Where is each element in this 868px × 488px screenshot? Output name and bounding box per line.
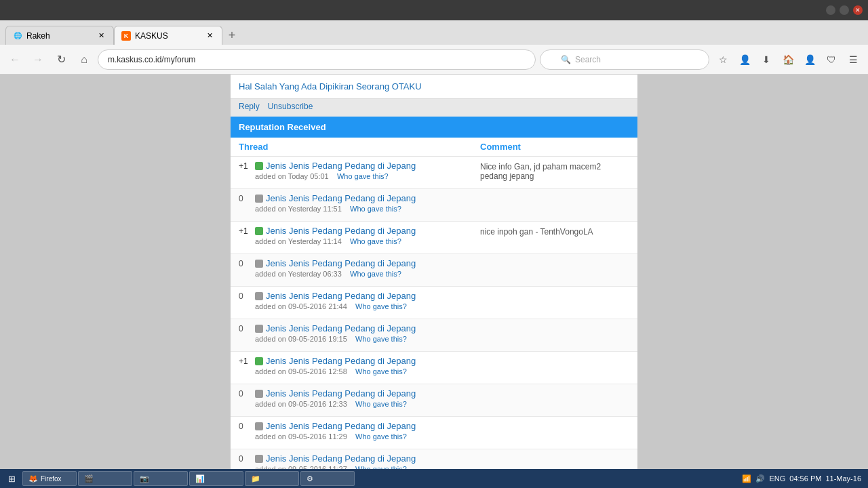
taskbar-item-video[interactable]: 🎬 bbox=[78, 471, 132, 486]
who-gave-link[interactable]: Who gave this? bbox=[355, 302, 407, 310]
rep-status-icon bbox=[255, 325, 263, 333]
bookmark-star-button[interactable]: ☆ bbox=[713, 50, 732, 69]
table-row: 0 Jenis Jenis Pedang Pedang di Jepang ad… bbox=[231, 189, 637, 222]
reader-view-button[interactable]: 👤 bbox=[735, 50, 754, 69]
rep-meta: added on Today 05:01 Who gave this? bbox=[239, 172, 480, 180]
who-gave-link[interactable]: Who gave this? bbox=[350, 270, 401, 278]
sync-button[interactable]: 👤 bbox=[800, 50, 819, 69]
tab-rakeh[interactable]: 🌐 Rakeh ✕ bbox=[5, 26, 114, 45]
thread-actions: Reply Unsubscribe bbox=[231, 99, 637, 117]
thread-link[interactable]: Jenis Jenis Pedang Pedang di Jepang bbox=[266, 226, 416, 236]
thread-title-link[interactable]: Hal Salah Yang Ada Dipikiran Seorang OTA… bbox=[239, 81, 422, 92]
pocket-button[interactable]: 🛡 bbox=[822, 50, 841, 69]
rep-score: +1 bbox=[239, 357, 252, 366]
rep-date: added on 09-05-2016 12:33 bbox=[255, 400, 347, 408]
new-tab-button[interactable]: + bbox=[222, 26, 241, 45]
taskbar-item-folder[interactable]: 📁 bbox=[245, 471, 299, 486]
rep-score: 0 bbox=[239, 194, 252, 203]
col-comment-header: Comment bbox=[480, 142, 629, 152]
section-header: Reputation Received bbox=[231, 117, 637, 138]
rep-meta: added on 09-05-2016 11:29 Who gave this? bbox=[239, 432, 480, 441]
nav-bar: ← → ↻ ⌂ m.kaskus.co.id/myforum 🔍 Search … bbox=[0, 45, 868, 75]
tab-label-kaskus: KASKUS bbox=[135, 31, 168, 41]
taskbar: ⊞ 🦊 Firefox 🎬 📷 📊 📁 ⚙ 📶 🔊 ENG 04:56 PM 1… bbox=[0, 469, 868, 488]
thread-link[interactable]: Jenis Jenis Pedang Pedang di Jepang bbox=[266, 161, 416, 171]
rep-meta: added on Yesterday 11:14 Who gave this? bbox=[239, 237, 480, 245]
rep-status-icon bbox=[255, 162, 263, 170]
tab-strip: 🌐 Rakeh ✕ K KASKUS ✕ + bbox=[0, 20, 868, 45]
taskbar-item-browser[interactable]: 🦊 Firefox bbox=[22, 471, 77, 486]
tab-close-rakeh[interactable]: ✕ bbox=[96, 30, 106, 41]
close-button[interactable]: ✕ bbox=[853, 5, 863, 15]
taskbar-item-photo[interactable]: 📷 bbox=[134, 471, 188, 486]
rep-date: added on 09-05-2016 21:44 bbox=[255, 302, 347, 310]
titlebar: ✕ bbox=[0, 0, 868, 20]
reload-button[interactable]: ↻ bbox=[52, 50, 71, 69]
col-thread-header: Thread bbox=[239, 142, 480, 152]
rep-meta: added on 09-05-2016 12:33 Who gave this? bbox=[239, 400, 480, 408]
thread-link[interactable]: Jenis Jenis Pedang Pedang di Jepang bbox=[266, 388, 416, 399]
thread-link[interactable]: Jenis Jenis Pedang Pedang di Jepang bbox=[266, 258, 416, 268]
thread-link[interactable]: Jenis Jenis Pedang Pedang di Jepang bbox=[266, 421, 416, 431]
who-gave-link[interactable]: Who gave this? bbox=[355, 367, 407, 375]
rep-status-icon bbox=[255, 260, 263, 268]
menu-button[interactable]: ☰ bbox=[844, 50, 863, 69]
taskbar-item-chart[interactable]: 📊 bbox=[189, 471, 243, 486]
who-gave-link[interactable]: Who gave this? bbox=[350, 237, 401, 245]
rep-comment bbox=[480, 258, 629, 260]
chart-icon: 📊 bbox=[195, 474, 205, 483]
start-button[interactable]: ⊞ bbox=[3, 472, 21, 485]
table-row: +1 Jenis Jenis Pedang Pedang di Jepang a… bbox=[231, 157, 637, 189]
rep-status-icon bbox=[255, 422, 263, 430]
rep-score: 0 bbox=[239, 259, 252, 268]
back-button[interactable]: ← bbox=[5, 50, 24, 69]
rep-score: 0 bbox=[239, 422, 252, 431]
rep-comment bbox=[480, 421, 629, 422]
table-row: 0 Jenis Jenis Pedang Pedang di Jepang ad… bbox=[231, 319, 637, 352]
who-gave-link[interactable]: Who gave this? bbox=[355, 335, 407, 343]
maximize-button[interactable] bbox=[840, 5, 849, 15]
main-container: Hal Salah Yang Ada Dipikiran Seorang OTA… bbox=[231, 75, 637, 469]
download-button[interactable]: ⬇ bbox=[757, 50, 776, 69]
rep-meta: added on Yesterday 11:51 Who gave this? bbox=[239, 205, 480, 213]
tab-kaskus[interactable]: K KASKUS ✕ bbox=[114, 26, 222, 45]
rep-meta: added on 09-05-2016 21:44 Who gave this? bbox=[239, 302, 480, 310]
thread-link[interactable]: Jenis Jenis Pedang Pedang di Jepang bbox=[266, 193, 416, 203]
tab-close-kaskus[interactable]: ✕ bbox=[204, 30, 215, 41]
rep-date: added on Yesterday 11:14 bbox=[255, 237, 342, 245]
mozilla-home-button[interactable]: 🏠 bbox=[778, 50, 797, 69]
who-gave-link[interactable]: Who gave this? bbox=[355, 400, 407, 408]
rep-date: added on 09-05-2016 11:29 bbox=[255, 432, 347, 441]
rep-comment: Nice info Gan, jd paham macem2 pedang je… bbox=[480, 161, 629, 181]
who-gave-link[interactable]: Who gave this? bbox=[337, 172, 389, 180]
forward-button[interactable]: → bbox=[28, 50, 47, 69]
thread-link[interactable]: Jenis Jenis Pedang Pedang di Jepang bbox=[266, 356, 416, 366]
who-gave-link[interactable]: Who gave this? bbox=[355, 432, 407, 441]
rep-score: 0 bbox=[239, 454, 252, 464]
taskbar-system: 📶 🔊 ENG 04:56 PM 11-May-16 bbox=[738, 474, 865, 483]
taskbar-item-settings[interactable]: ⚙ bbox=[300, 471, 355, 486]
tab-label-rakeh: Rakeh bbox=[26, 31, 50, 41]
reply-link[interactable]: Reply bbox=[239, 102, 260, 111]
rep-date: added on Yesterday 06:33 bbox=[255, 270, 342, 278]
rep-score: +1 bbox=[239, 161, 252, 171]
taskbar-date: 11-May-16 bbox=[825, 474, 861, 483]
reputation-rows: +1 Jenis Jenis Pedang Pedang di Jepang a… bbox=[231, 157, 637, 469]
taskbar-time: 04:56 PM bbox=[789, 474, 821, 483]
search-box[interactable]: 🔍 Search bbox=[540, 49, 709, 70]
address-bar[interactable]: m.kaskus.co.id/myforum bbox=[98, 49, 536, 70]
rep-date: added on 09-05-2016 12:58 bbox=[255, 367, 347, 375]
thread-link[interactable]: Jenis Jenis Pedang Pedang di Jepang bbox=[266, 453, 416, 464]
home-button[interactable]: ⌂ bbox=[75, 50, 94, 69]
who-gave-link[interactable]: Who gave this? bbox=[350, 205, 401, 213]
rep-date: added on Yesterday 11:51 bbox=[255, 205, 342, 213]
page-content: Hal Salah Yang Ada Dipikiran Seorang OTA… bbox=[0, 75, 868, 469]
thread-link[interactable]: Jenis Jenis Pedang Pedang di Jepang bbox=[266, 323, 416, 333]
rep-comment: nice inpoh gan - TenthVongoLA bbox=[480, 226, 629, 237]
rep-date: added on Today 05:01 bbox=[255, 172, 329, 180]
unsubscribe-link[interactable]: Unsubscribe bbox=[268, 102, 313, 111]
taskbar-signal-icon: 📶 bbox=[742, 474, 751, 483]
rep-comment bbox=[480, 323, 629, 325]
thread-link[interactable]: Jenis Jenis Pedang Pedang di Jepang bbox=[266, 291, 416, 301]
minimize-button[interactable] bbox=[826, 5, 835, 15]
